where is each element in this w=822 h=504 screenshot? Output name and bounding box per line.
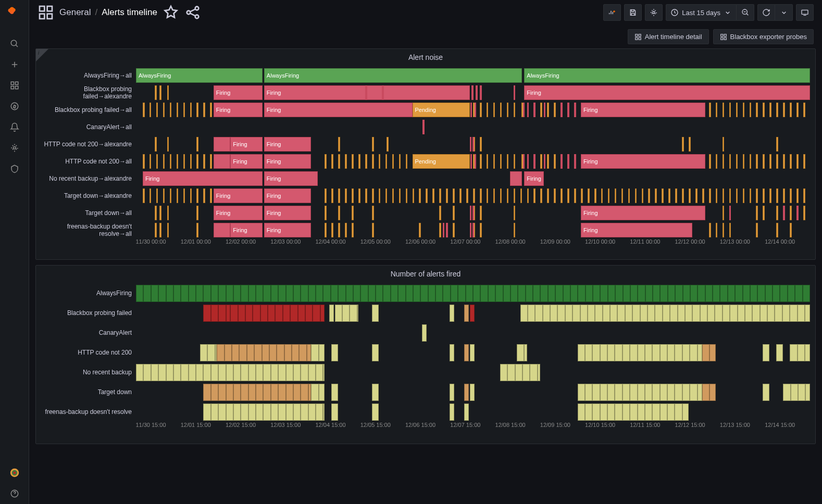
- heatmap-cell[interactable]: [166, 364, 173, 381]
- heatmap-cell[interactable]: [715, 305, 722, 322]
- timeline-tick[interactable]: [480, 206, 482, 220]
- refresh-interval-button[interactable]: [775, 4, 793, 21]
- timeline-tick[interactable]: [723, 223, 725, 237]
- heatmap-cell[interactable]: [225, 344, 232, 361]
- timeline-tick[interactable]: [406, 188, 408, 203]
- heatmap-cell[interactable]: [524, 344, 527, 361]
- timeline-tick[interactable]: [156, 154, 158, 169]
- heatmap-row[interactable]: [136, 382, 810, 402]
- heatmap-cell[interactable]: [233, 404, 241, 421]
- timeline-segment[interactable]: Firing: [264, 206, 312, 220]
- heatmap-cell[interactable]: [158, 285, 166, 302]
- timeline-tick[interactable]: [561, 188, 563, 203]
- timeline-tick[interactable]: [470, 206, 472, 220]
- timeline-segment[interactable]: Firing: [581, 103, 705, 117]
- timeline-tick[interactable]: [177, 154, 179, 169]
- heatmap-cell[interactable]: [600, 344, 607, 361]
- heatmap-cell[interactable]: [143, 364, 151, 381]
- heatmap-cell[interactable]: [293, 285, 301, 302]
- heatmap-cell[interactable]: [548, 285, 555, 302]
- heatmap-cell[interactable]: [557, 305, 565, 322]
- star-icon[interactable]: [163, 5, 179, 20]
- timeline-tick[interactable]: [170, 188, 172, 203]
- heatmap-cell[interactable]: [406, 285, 413, 302]
- timeline-segment[interactable]: Firing: [264, 171, 318, 186]
- heatmap-cell[interactable]: [780, 285, 787, 302]
- timeline-tick[interactable]: [413, 188, 415, 203]
- timeline-tick[interactable]: [358, 188, 360, 203]
- heatmap-cell[interactable]: [203, 285, 210, 302]
- heatmap-cell[interactable]: [805, 384, 810, 401]
- timeline-tick[interactable]: [203, 154, 205, 169]
- heatmap-cell[interactable]: [338, 285, 345, 302]
- heatmap-cell[interactable]: [647, 305, 655, 322]
- timeline-tick[interactable]: [729, 154, 731, 169]
- heatmap-cell[interactable]: [592, 384, 600, 401]
- timeline-tick[interactable]: [514, 103, 516, 117]
- timeline-tick[interactable]: [561, 154, 563, 169]
- timeline-tick[interactable]: [399, 154, 401, 169]
- timeline-tick[interactable]: [796, 103, 799, 117]
- heatmap-cell[interactable]: [528, 305, 535, 322]
- timeline-segment[interactable]: Firing: [264, 103, 413, 117]
- link-blackbox-exporter-probes[interactable]: Blackbox exporter probes: [713, 29, 814, 44]
- settings-button[interactable]: [645, 4, 663, 21]
- heatmap-cell[interactable]: [230, 305, 238, 322]
- timeline-tick[interactable]: [345, 154, 347, 169]
- panel2-heatmap[interactable]: [136, 283, 810, 422]
- heatmap-cell[interactable]: [286, 384, 293, 401]
- timeline-segment[interactable]: [214, 223, 230, 237]
- heatmap-cell[interactable]: [752, 305, 759, 322]
- heatmap-cell[interactable]: [470, 344, 475, 361]
- heatmap-row[interactable]: [136, 323, 810, 343]
- heatmap-cell[interactable]: [578, 384, 585, 401]
- heatmap-cell[interactable]: [331, 404, 338, 421]
- heatmap-cell[interactable]: [391, 285, 398, 302]
- add-panel-button[interactable]: [603, 4, 621, 21]
- heatmap-cell[interactable]: [510, 285, 518, 302]
- timeline-tick[interactable]: [763, 103, 765, 117]
- timeline-segment[interactable]: AlwaysFiring: [264, 68, 522, 83]
- heatmap-cell[interactable]: [480, 285, 488, 302]
- timeline-tick[interactable]: [466, 188, 468, 203]
- timeline-tick[interactable]: [352, 206, 354, 220]
- heatmap-cell[interactable]: [630, 384, 637, 401]
- heatmap-cell[interactable]: [158, 364, 166, 381]
- timeline-tick[interactable]: [493, 154, 495, 169]
- configuration-icon[interactable]: [0, 137, 29, 158]
- timeline-tick[interactable]: [493, 188, 495, 203]
- timeline-tick[interactable]: [601, 188, 603, 203]
- heatmap-cell[interactable]: [692, 305, 700, 322]
- heatmap-cell[interactable]: [638, 344, 645, 361]
- timeline-tick[interactable]: [675, 188, 677, 203]
- panel-grid-icon[interactable]: [38, 5, 54, 20]
- timeline-tick[interactable]: [514, 223, 516, 237]
- heatmap-cell[interactable]: [495, 285, 503, 302]
- heatmap-cell[interactable]: [763, 344, 769, 361]
- timeline-tick[interactable]: [514, 206, 516, 220]
- timeline-tick[interactable]: [567, 103, 569, 117]
- timeline-tick[interactable]: [769, 103, 771, 117]
- heatmap-cell[interactable]: [798, 344, 805, 361]
- timeline-segment[interactable]: Firing: [230, 223, 263, 237]
- heatmap-cell[interactable]: [233, 364, 241, 381]
- heatmap-cell[interactable]: [226, 305, 231, 322]
- heatmap-cell[interactable]: [798, 384, 805, 401]
- timeline-tick[interactable]: [470, 137, 472, 152]
- timeline-tick[interactable]: [783, 206, 785, 220]
- heatmap-cell[interactable]: [707, 305, 715, 322]
- alerting-icon[interactable]: [0, 117, 29, 137]
- timeline-tick[interactable]: [642, 188, 644, 203]
- timeline-tick[interactable]: [769, 154, 771, 169]
- timeline-tick[interactable]: [776, 137, 778, 152]
- heatmap-cell[interactable]: [550, 305, 557, 322]
- timeline-tick[interactable]: [196, 206, 198, 220]
- timeline-row[interactable]: FiringFiringFiring: [136, 170, 810, 187]
- timeline-row[interactable]: FiringFiringPendingFiring: [136, 153, 810, 170]
- timeline-tick[interactable]: [547, 154, 549, 169]
- heatmap-cell[interactable]: [698, 384, 702, 401]
- timeline-tick[interactable]: [177, 188, 179, 203]
- timeline-tick[interactable]: [470, 154, 472, 169]
- timeline-tick[interactable]: [170, 103, 172, 117]
- timeline-row[interactable]: FiringFiringFiring: [136, 221, 810, 238]
